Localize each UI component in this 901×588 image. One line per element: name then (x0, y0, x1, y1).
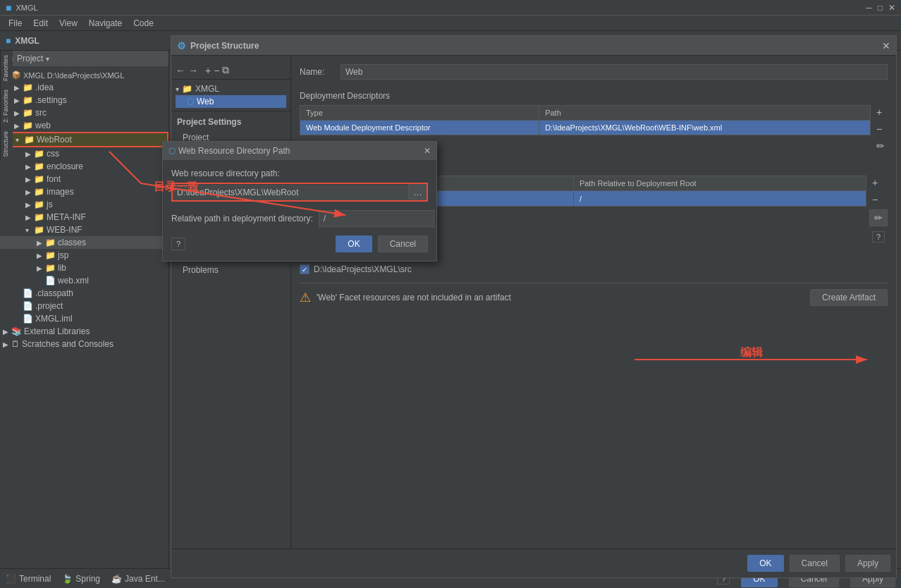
vtab-structure[interactable]: Structure (0, 127, 13, 161)
tree-item-js[interactable]: ▶ 📁 js (0, 198, 168, 211)
project-dropdown-icon[interactable]: ▾ (46, 55, 49, 63)
file-icon-project: 📄 (23, 301, 33, 311)
ps-module-xmgl[interactable]: ▾ 📁 XMGL (176, 82, 286, 95)
menu-code[interactable]: Code (128, 17, 159, 30)
dd-edit-btn[interactable]: ✏ (874, 139, 888, 153)
nav-back-btn[interactable]: ← (176, 65, 185, 76)
dd-col-path: Path (539, 106, 871, 121)
project-header[interactable]: 🗂 Project ▾ (0, 51, 168, 66)
dd-add-btn[interactable]: + (874, 105, 888, 119)
folder-icon-lib: 📁 (45, 263, 56, 273)
menu-navigate[interactable]: Navigate (83, 17, 128, 30)
menu-bar: File Edit View Navigate Code (0, 16, 901, 31)
wrd-path-input[interactable] (173, 185, 408, 200)
tree-item-enclosure[interactable]: ▶ 📁 enclosure (0, 160, 168, 173)
toolbar-remove-btn[interactable]: − (214, 65, 219, 76)
tree-item-webroot[interactable]: ▾ 📁 WebRoot (0, 132, 168, 147)
maximize-btn[interactable]: □ (878, 3, 883, 13)
wrd-dialog-help-btn[interactable]: ? (171, 238, 185, 250)
wrd-rel-input[interactable] (319, 210, 434, 227)
vtab-favorites[interactable]: Favorites (0, 51, 13, 85)
ps-item-problems[interactable]: Problems (171, 262, 290, 278)
tree-item-ext-libs[interactable]: ▶ 📚 External Libraries (0, 325, 168, 338)
wrd-edit-btn[interactable]: ✏ (869, 209, 888, 226)
tree-item-xmgl-iml[interactable]: ▶ 📄 XMGL.iml (0, 312, 168, 325)
module-icon: 📦 (11, 71, 21, 80)
tree-item-web-xml[interactable]: ▶ 📄 web.xml (0, 274, 168, 287)
folder-icon-font: 📁 (34, 174, 44, 184)
dd-row-0[interactable]: Web Module Deployment Descriptor D:\Idea… (300, 121, 871, 135)
tree-item-classes[interactable]: ▶ 📁 classes (0, 236, 168, 249)
toolbar-add-btn[interactable]: + (205, 65, 211, 76)
wrd-help-btn[interactable]: ? (872, 231, 885, 243)
ps-cancel-btn[interactable]: Cancel (790, 555, 840, 572)
tree-arrow-js: ▶ (25, 201, 34, 209)
wrd-col-path: Path Relative to Deployment Root (573, 176, 866, 191)
menu-file[interactable]: File (3, 17, 27, 30)
title-bar-text: XMGL (16, 4, 37, 12)
warning-icon: ⚠ (300, 290, 311, 305)
ps-apply-btn[interactable]: Apply (845, 555, 890, 572)
deployment-descriptors-title: Deployment Descriptors (300, 91, 888, 101)
wrd-remove-btn[interactable]: − (869, 192, 888, 207)
tree-label-src: src (35, 108, 47, 118)
app-title-icon: ■ (6, 36, 11, 46)
wrd-browse-btn[interactable]: … (408, 184, 427, 200)
nav-forward-btn[interactable]: → (188, 65, 198, 76)
tree-label-xmgl-iml: XMGL.iml (35, 314, 73, 324)
minimize-btn[interactable]: ─ (866, 3, 872, 13)
menu-edit[interactable]: Edit (27, 17, 54, 30)
tree-label-scratches: Scratches and Consoles (22, 339, 114, 349)
dd-remove-btn[interactable]: − (874, 122, 888, 136)
wrd-ok-btn[interactable]: OK (336, 235, 372, 252)
tree-label-settings: .settings (35, 95, 67, 105)
tree-item-jsp[interactable]: ▶ 📁 jsp (0, 249, 168, 262)
ps-project-settings-label: Project Settings (171, 111, 290, 130)
vtab-2-favorites[interactable]: 2: Favorites (0, 85, 13, 127)
source-roots-checkbox[interactable]: ✓ (300, 264, 309, 274)
tree-item-settings[interactable]: ▶ 📁 .settings (0, 94, 168, 106)
tree-label-ext-libs: External Libraries (24, 326, 90, 336)
create-artifact-btn[interactable]: Create Artifact (810, 289, 888, 306)
tree-item-web-inf[interactable]: ▾ 📁 WEB-INF (0, 223, 168, 236)
tree-arrow-lib: ▶ (37, 264, 45, 272)
tree-label-classpath: .classpath (35, 288, 73, 298)
tree-item-xmgl[interactable]: ▾ 📦 XMGL D:\IdeaProjects\XMGL (0, 69, 168, 81)
tree-item-classpath[interactable]: ▶ 📄 .classpath (0, 287, 168, 300)
tree-item-css[interactable]: ▶ 📁 css (0, 147, 168, 160)
wrd-cancel-btn[interactable]: Cancel (378, 235, 428, 252)
tree-arrow-webroot: ▾ (16, 136, 24, 144)
folder-icon-web-inf: 📁 (34, 225, 44, 235)
tree-item-project-file[interactable]: ▶ 📄 .project (0, 300, 168, 312)
spring-tab[interactable]: 🍃 Spring (62, 574, 100, 584)
wrd-dialog-close-btn[interactable]: ✕ (424, 146, 431, 156)
tree-item-web[interactable]: ▶ 📁 web (0, 119, 168, 132)
tree-label-css: css (47, 149, 59, 159)
tree-item-idea[interactable]: ▶ 📁 .idea (0, 81, 168, 94)
source-roots-row: ✓ D:\IdeaProjects\XMGL\src (300, 264, 888, 274)
name-input[interactable] (341, 64, 888, 80)
tree-item-font[interactable]: ▶ 📁 font (0, 173, 168, 185)
toolbar-copy-btn[interactable]: ⧉ (222, 64, 229, 76)
tree-label-font: font (47, 174, 61, 184)
tree-item-scratches[interactable]: ▶ 🗒 Scratches and Consoles (0, 338, 168, 350)
menu-view[interactable]: View (54, 17, 83, 30)
wrd-cell-path-0: / (573, 191, 866, 207)
ps-close-btn[interactable]: ✕ (882, 40, 890, 51)
folder-icon-css: 📁 (34, 149, 44, 159)
tree-label-images: images (47, 187, 74, 197)
ps-title-bar: ⚙ Project Structure ✕ (171, 36, 896, 56)
tree-arrow-css: ▶ (25, 150, 34, 158)
close-btn[interactable]: ✕ (888, 3, 895, 13)
java-ent-tab[interactable]: ☕ Java Ent... (111, 574, 165, 584)
tree-item-images[interactable]: ▶ 📁 images (0, 185, 168, 198)
folder-icon-js: 📁 (34, 200, 44, 209)
tree-item-lib[interactable]: ▶ 📁 lib (0, 262, 168, 274)
terminal-tab[interactable]: ⬛ Terminal (6, 574, 51, 584)
ps-ok-btn[interactable]: OK (747, 555, 783, 572)
wrd-add-btn[interactable]: + (869, 176, 888, 190)
tree-item-src[interactable]: ▶ 📁 src (0, 106, 168, 119)
tree-item-meta-inf[interactable]: ▶ 📁 META-INF (0, 211, 168, 223)
tree-label-web-inf: WEB-INF (47, 225, 82, 235)
ps-submodule-web[interactable]: ⬡ Web (176, 95, 286, 108)
